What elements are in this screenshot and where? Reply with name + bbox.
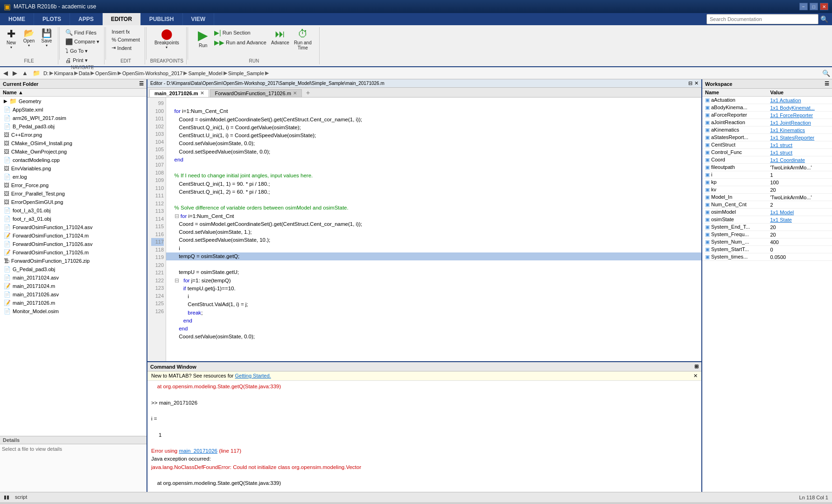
getting-started-link[interactable]: Getting Started. — [235, 373, 271, 378]
tab-publish[interactable]: PUBLISH — [141, 13, 183, 25]
forward-button[interactable]: ▶ — [11, 70, 19, 77]
breakpoints-button[interactable]: ⬤ Breakpoints ▾ — [153, 28, 181, 50]
list-item[interactable]: 📄 foot_r_a3_01.obj — [0, 215, 147, 223]
table-row[interactable]: ▣fileoutpath'TwoLinkArmMo...' — [702, 164, 832, 171]
list-item[interactable]: 📄 contactModeling.cpp — [0, 156, 147, 164]
value-column[interactable]: Value — [767, 89, 832, 97]
list-item[interactable]: 📄 err.log — [0, 173, 147, 181]
tab-main-20171026[interactable]: main_20171026.m ✕ — [149, 89, 209, 97]
indent-button[interactable]: ⇥ Indent — [110, 44, 141, 52]
minimize-editor-icon[interactable]: ⊟ — [688, 80, 692, 86]
table-row[interactable]: ▣System_StartT...0 — [702, 246, 832, 253]
cmd-expand-icon[interactable]: ⊞ — [694, 364, 699, 370]
list-item[interactable]: 📄 arm26_WPI_2017.osim — [0, 114, 147, 122]
table-row[interactable]: ▣System_Frequ...20 — [702, 231, 832, 238]
close-button[interactable]: ✕ — [820, 3, 828, 10]
run-section-button[interactable]: ▶| Run Section — [212, 28, 268, 37]
new-button[interactable]: ✚ New ▾ — [3, 28, 20, 50]
table-row[interactable]: ▣aActuation1x1 Actuation — [702, 97, 832, 104]
list-item[interactable]: 🖼 Error_Force.png — [0, 181, 147, 189]
goto-button[interactable]: ⤵ Go To ▾ — [63, 47, 101, 56]
table-row[interactable]: ▣kv20 — [702, 186, 832, 194]
tab-plots[interactable]: PLOTS — [34, 13, 70, 25]
up-button[interactable]: ▲ — [21, 70, 29, 77]
comment-button[interactable]: % Comment — [110, 36, 141, 43]
list-item[interactable]: 📄 foot_l_a3_01.obj — [0, 206, 147, 215]
list-item[interactable]: 🖼 EnvVariables.png — [0, 164, 147, 173]
list-item[interactable]: 📝 ForwardOsimFunction_171026.m — [0, 248, 147, 257]
maximize-button[interactable]: □ — [810, 3, 818, 10]
table-row[interactable]: ▣aKinematics1x1 Kinematics — [702, 126, 832, 134]
run-advance-button[interactable]: ▶▶ Run and Advance — [212, 38, 268, 47]
list-item[interactable]: 🗜 ForwardOsimFunction_171026.zip — [0, 257, 147, 265]
run-time-button[interactable]: ⏱ Run andTime — [292, 28, 314, 51]
list-item[interactable]: 🖼 Error_Parallel_Test.png — [0, 189, 147, 198]
list-item[interactable]: 🖼 CMake_OwnProject.png — [0, 147, 147, 156]
tab-home[interactable]: HOME — [0, 13, 34, 25]
table-row[interactable]: ▣aJointReaction1x1 JointReaction — [702, 119, 832, 126]
tab-apps[interactable]: APPS — [70, 13, 103, 25]
error-link[interactable]: main_20171026 — [179, 448, 217, 454]
table-row[interactable]: ▣aForceReporter1x1 ForceReporter — [702, 112, 832, 119]
title-bar-controls[interactable]: − □ ✕ — [799, 3, 828, 10]
tab-view[interactable]: VIEW — [183, 13, 215, 25]
address-search-icon[interactable]: 🔍 — [822, 70, 830, 77]
table-row[interactable]: ▣System_times...0.0500 — [702, 253, 832, 261]
close-editor-icon[interactable]: ✕ — [694, 80, 699, 86]
geometry-folder[interactable]: ▶ 📁 Geometry — [0, 97, 147, 105]
table-row[interactable]: ▣aBodyKinema...1x1 BodyKinemat... — [702, 104, 832, 112]
table-row[interactable]: ▣Model_In'TwoLinkArmMo...' — [702, 194, 832, 201]
search-documentation-input[interactable] — [706, 14, 818, 24]
table-row[interactable]: ▣kp100 — [702, 179, 832, 186]
open-button[interactable]: 📂 Open ▾ — [21, 28, 37, 49]
insert-button[interactable]: Insert fx — [110, 28, 141, 35]
table-row[interactable]: ▣CentStruct1x1 struct — [702, 141, 832, 149]
list-item[interactable]: 📄 Monitor_Model.osim — [0, 307, 147, 315]
find-files-button[interactable]: 🔍 Find Files — [63, 28, 101, 37]
add-tab-button[interactable]: ＋ — [303, 89, 313, 97]
list-item[interactable]: 📄 main_20171024.asv — [0, 273, 147, 282]
minimize-button[interactable]: − — [799, 3, 808, 10]
tab-close-main[interactable]: ✕ — [200, 91, 204, 96]
print-button[interactable]: 🖨 Print ▾ — [63, 56, 101, 65]
list-item[interactable]: 📝 ForwardOsimFunction_171024.m — [0, 231, 147, 240]
path-simple-sample[interactable]: Simple_Sample — [228, 70, 264, 76]
path-d[interactable]: D: — [43, 70, 49, 76]
list-item[interactable]: 📝 main_20171026.m — [0, 299, 147, 307]
compare-button[interactable]: ⬛ Compare ▾ — [63, 37, 101, 46]
path-opensim[interactable]: OpenSim — [95, 70, 117, 76]
table-row[interactable]: ▣osimState1x1 State — [702, 216, 832, 224]
cmd-notice-close[interactable]: ✕ — [693, 373, 698, 379]
table-row[interactable]: ▣Control_Func1x1 struct — [702, 149, 832, 156]
table-row[interactable]: ▣aStatesReport...1x1 StatesReporter — [702, 134, 832, 141]
list-item[interactable]: 📄 B_Pedal_pad3.obj — [0, 122, 147, 131]
list-item[interactable]: 📝 main_20171024.m — [0, 282, 147, 290]
list-item[interactable]: 📄 ForwardOsimFunction_171026.asv — [0, 240, 147, 248]
code-content[interactable]: for i=1:Num_Cent_Cnt Coord = osimModel.g… — [166, 98, 701, 361]
list-item[interactable]: 🖼 ErrorOpenSimGUI.png — [0, 198, 147, 206]
tab-forward-osim[interactable]: ForwardOsimFunction_171026.m ✕ — [210, 89, 302, 97]
path-sample-model[interactable]: Sample_Model — [188, 70, 222, 76]
path-data[interactable]: Data — [79, 70, 90, 76]
advance-button[interactable]: ⏭ Advance — [269, 28, 291, 46]
list-item[interactable]: 📄 G_Pedal_pad3.obj — [0, 265, 147, 273]
name-column[interactable]: Name — [702, 89, 767, 97]
table-row[interactable]: ▣i1 — [702, 171, 832, 179]
list-item[interactable]: 📄 main_20171026.asv — [0, 290, 147, 299]
save-button[interactable]: 💾 Save ▾ — [38, 28, 55, 49]
table-row[interactable]: ▣System_Num_...400 — [702, 238, 832, 246]
list-item[interactable]: 📄 ForwardOsimFunction_171024.asv — [0, 223, 147, 231]
tab-editor[interactable]: EDITOR — [103, 13, 141, 25]
table-row[interactable]: ▣Num_Cent_Cnt2 — [702, 201, 832, 209]
current-folder-menu-icon[interactable]: ☰ — [139, 81, 144, 87]
path-kimpara[interactable]: Kimpara — [54, 70, 73, 76]
name-column-header[interactable]: Name ▲ — [3, 90, 23, 95]
run-button[interactable]: ▶ Run — [195, 28, 211, 49]
list-item[interactable]: 🖼 CMake_OSim4_Install.png — [0, 139, 147, 147]
table-row[interactable]: ▣Coord1x1 Coordinate — [702, 156, 832, 164]
table-row[interactable]: ▣osimModel1x1 Model — [702, 209, 832, 216]
tab-close-forward[interactable]: ✕ — [293, 91, 297, 96]
list-item[interactable]: 📄 AppState.xml — [0, 105, 147, 114]
path-workshop[interactable]: OpenSim-Workshop_2017 — [122, 70, 182, 76]
back-button[interactable]: ◀ — [2, 70, 9, 77]
